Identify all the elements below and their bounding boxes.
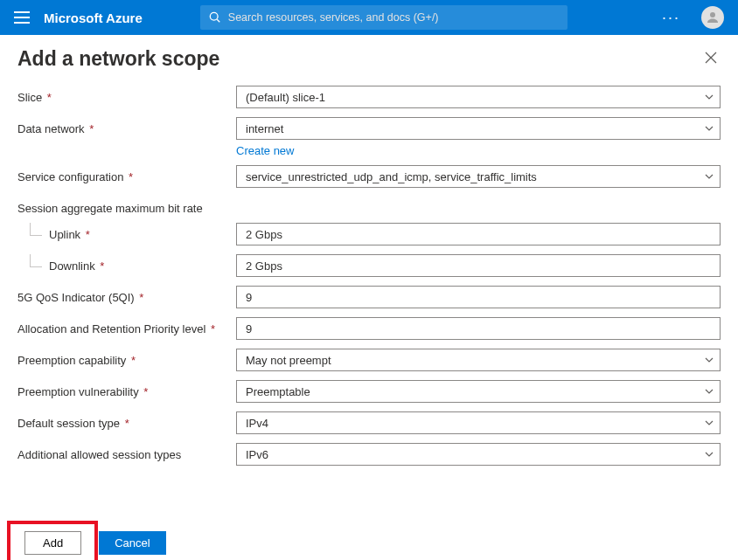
- required-indicator: *: [122, 417, 129, 430]
- svg-point-0: [210, 12, 218, 20]
- default-session-value: IPv4: [246, 417, 268, 430]
- additional-session-dropdown[interactable]: IPv6: [236, 443, 721, 466]
- data-network-dropdown[interactable]: internet: [236, 117, 721, 140]
- footer: Add Cancel: [0, 517, 738, 560]
- preempt-cap-value: May not preempt: [246, 354, 331, 367]
- chevron-down-icon: [704, 355, 714, 365]
- required-indicator: *: [97, 259, 105, 273]
- cancel-button[interactable]: Cancel: [99, 531, 165, 555]
- chevron-down-icon: [704, 123, 714, 134]
- form-body: Slice * (Default) slice-1 Data network *…: [0, 76, 738, 482]
- chevron-down-icon: [704, 92, 714, 102]
- required-indicator: *: [82, 228, 90, 241]
- page-title: Add a network scope: [17, 47, 219, 71]
- slice-label: Slice: [17, 91, 42, 104]
- search-input[interactable]: [228, 11, 559, 24]
- service-config-label: Service configuration: [17, 170, 123, 183]
- slice-dropdown[interactable]: (Default) slice-1: [236, 86, 721, 108]
- service-config-dropdown[interactable]: service_unrestricted_udp_and_icmp, servi…: [236, 165, 721, 188]
- blade-header: Add a network scope: [0, 35, 738, 76]
- close-icon[interactable]: [701, 48, 721, 71]
- chevron-down-icon: [704, 449, 714, 460]
- chevron-down-icon: [704, 171, 714, 182]
- preempt-cap-dropdown[interactable]: May not preempt: [236, 349, 721, 371]
- default-session-dropdown[interactable]: IPv4: [236, 411, 721, 434]
- required-indicator: *: [207, 322, 215, 335]
- required-indicator: *: [87, 122, 94, 135]
- slice-value: (Default) slice-1: [246, 91, 325, 104]
- data-network-label: Data network: [17, 122, 85, 135]
- qos-label: 5G QoS Indicator (5QI): [17, 291, 135, 304]
- downlink-input[interactable]: [236, 254, 721, 277]
- data-network-value: internet: [246, 122, 283, 135]
- preempt-vuln-label: Preemption vulnerability: [17, 385, 139, 398]
- downlink-label: Downlink: [49, 259, 95, 273]
- preempt-cap-label: Preemption capability: [17, 354, 126, 367]
- uplink-label: Uplink: [49, 228, 80, 241]
- default-session-label: Default session type: [17, 417, 120, 430]
- required-indicator: *: [44, 91, 52, 104]
- required-indicator: *: [125, 170, 133, 183]
- add-button[interactable]: Add: [24, 531, 81, 555]
- search-icon: [209, 11, 221, 24]
- required-indicator: *: [136, 291, 144, 304]
- arp-label: Allocation and Retention Priority level: [17, 322, 205, 335]
- arp-input[interactable]: [236, 317, 721, 340]
- hamburger-menu-icon[interactable]: [14, 11, 30, 24]
- svg-point-2: [710, 12, 715, 17]
- required-indicator: *: [141, 385, 149, 398]
- brand-label: Microsoft Azure: [44, 10, 143, 25]
- top-bar: Microsoft Azure ···: [0, 0, 738, 35]
- session-aggregate-label: Session aggregate maximum bit rate: [17, 202, 236, 215]
- search-box[interactable]: [200, 5, 567, 30]
- qos-input[interactable]: [236, 286, 721, 308]
- svg-line-1: [217, 19, 219, 22]
- more-icon[interactable]: ···: [662, 9, 680, 27]
- chevron-down-icon: [704, 386, 714, 397]
- create-new-link[interactable]: Create new: [236, 144, 294, 157]
- uplink-input[interactable]: [236, 223, 721, 245]
- preempt-vuln-dropdown[interactable]: Preemptable: [236, 380, 721, 403]
- chevron-down-icon: [704, 418, 714, 428]
- avatar[interactable]: [701, 6, 724, 29]
- additional-session-value: IPv6: [246, 448, 268, 461]
- person-icon: [705, 10, 721, 25]
- preempt-vuln-value: Preemptable: [246, 385, 310, 398]
- required-indicator: *: [128, 354, 136, 367]
- additional-session-label: Additional allowed session types: [17, 448, 181, 461]
- service-config-value: service_unrestricted_udp_and_icmp, servi…: [246, 170, 537, 183]
